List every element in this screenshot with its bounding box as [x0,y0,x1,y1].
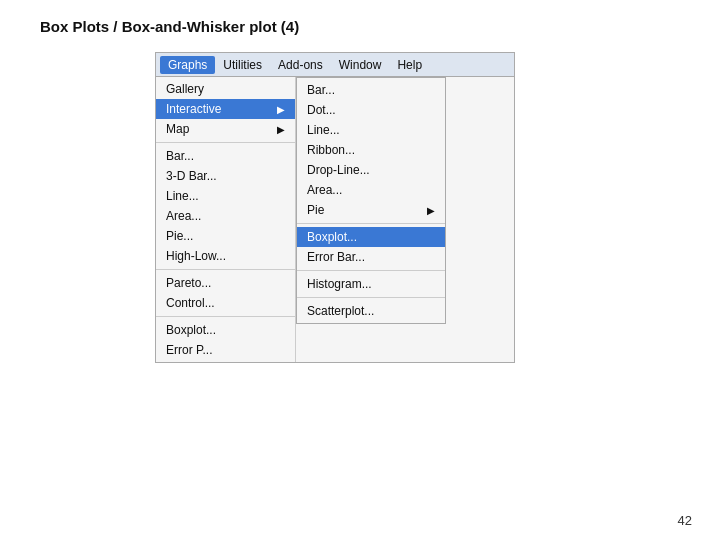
menu-item-interactive[interactable]: Interactive ▶ [156,99,295,119]
page-title: Box Plots / Box-and-Whisker plot (4) [40,18,299,35]
menu-container: Graphs Utilities Add-ons Window Help Gal… [155,52,515,363]
menubar-graphs[interactable]: Graphs [160,56,215,74]
arrow-icon-map: ▶ [277,124,285,135]
menu-item-bar[interactable]: Bar... [156,146,295,166]
submenu-item-ribbon[interactable]: Ribbon... [297,140,445,160]
submenu-divider-1 [297,223,445,224]
dropdown-panel: Gallery Interactive ▶ Map ▶ Bar... 3-D B… [155,76,515,363]
arrow-icon: ▶ [277,104,285,115]
submenu-item-bar[interactable]: Bar... [297,80,445,100]
menu-item-map[interactable]: Map ▶ [156,119,295,139]
submenu-item-dot[interactable]: Dot... [297,100,445,120]
submenu-item-boxplot[interactable]: Boxplot... [297,227,445,247]
page-number: 42 [678,513,692,528]
submenu-divider-2 [297,270,445,271]
menu-item-line[interactable]: Line... [156,186,295,206]
menubar-addons[interactable]: Add-ons [270,56,331,74]
menu-item-area[interactable]: Area... [156,206,295,226]
submenu-item-area[interactable]: Area... [297,180,445,200]
menu-item-pareto[interactable]: Pareto... [156,273,295,293]
menu-item-highlow[interactable]: High-Low... [156,246,295,266]
menu-item-pie[interactable]: Pie... [156,226,295,246]
right-submenu: Bar... Dot... Line... Ribbon... Drop-Lin… [296,77,446,324]
submenu-item-pie[interactable]: Pie ▶ [297,200,445,220]
menu-item-boxplot[interactable]: Boxplot... [156,320,295,340]
menubar-help[interactable]: Help [389,56,430,74]
menu-item-control[interactable]: Control... [156,293,295,313]
divider-1 [156,142,295,143]
submenu-item-dropline[interactable]: Drop-Line... [297,160,445,180]
menubar-window[interactable]: Window [331,56,390,74]
submenu-item-scatterplot[interactable]: Scatterplot... [297,301,445,321]
menu-item-errorp[interactable]: Error P... [156,340,295,360]
menubar-utilities[interactable]: Utilities [215,56,270,74]
submenu-item-line[interactable]: Line... [297,120,445,140]
divider-2 [156,269,295,270]
divider-3 [156,316,295,317]
submenu-divider-3 [297,297,445,298]
menu-item-gallery[interactable]: Gallery [156,79,295,99]
menubar: Graphs Utilities Add-ons Window Help [155,52,515,76]
submenu-item-errorbar[interactable]: Error Bar... [297,247,445,267]
menu-item-3dbar[interactable]: 3-D Bar... [156,166,295,186]
submenu-item-histogram[interactable]: Histogram... [297,274,445,294]
arrow-icon-pie: ▶ [427,205,435,216]
left-menu-column: Gallery Interactive ▶ Map ▶ Bar... 3-D B… [156,77,296,362]
